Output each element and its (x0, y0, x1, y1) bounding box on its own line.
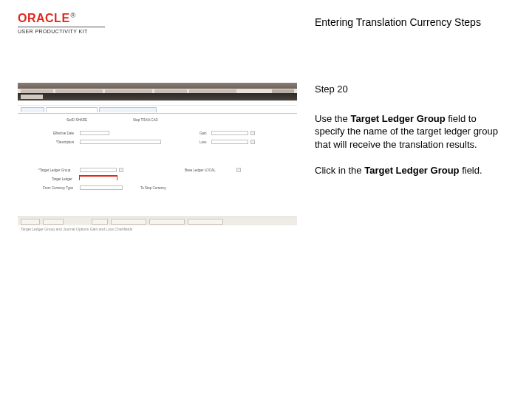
from-currency-label: From Currency Type (43, 186, 73, 190)
gain-field (211, 131, 248, 135)
target-ledger-field (80, 177, 117, 181)
setid-label: SetID SHARE (66, 118, 87, 122)
lookup-icon (250, 131, 255, 135)
instruction-panel: Step 20 Use the Target Ledger Group fiel… (315, 83, 507, 191)
add-button (92, 219, 108, 225)
page-tab (99, 107, 157, 112)
eff-date-field (80, 131, 109, 135)
brand-wordmark: ORACLE (18, 12, 70, 24)
instruction-paragraph-2: Click in the Target Ledger Group field. (315, 164, 507, 177)
notify-button (43, 219, 64, 225)
registered-mark: ® (71, 12, 76, 19)
target-ledger-label: Target Ledger (52, 177, 72, 181)
text: Click in the (315, 165, 364, 176)
description-label: *Description (56, 140, 74, 144)
to-currency-label: To Step Currency (140, 186, 166, 190)
product-line: USER PRODUCTIVITY KIT (18, 29, 105, 34)
step-label: Step 20 (315, 83, 507, 96)
target-ledger-group-field[interactable] (80, 168, 117, 172)
instruction-paragraph-1: Use the Target Ledger Group field to spe… (315, 112, 507, 151)
footer-caption: Target Ledger Group and Journal Options … (18, 225, 297, 231)
correct-history-button (188, 219, 223, 225)
app-sublinks (18, 100, 297, 106)
step-label-form: Step TRAN-CAD (133, 118, 158, 122)
include-history-button (149, 219, 185, 225)
form-body: SetID SHARE Step TRAN-CAD Effective Date… (18, 113, 297, 216)
text: Use the (315, 113, 350, 124)
field-name-bold: Target Ledger Group (364, 165, 459, 176)
update-display-button (111, 219, 146, 225)
page-tab-row (18, 106, 297, 113)
eff-date-label: Effective Date (53, 132, 74, 135)
form-footer (18, 216, 297, 225)
base-ledger-label: Base Ledger LOCAL (185, 168, 216, 172)
lookup-icon (236, 168, 241, 172)
text: field. (460, 165, 482, 176)
page-tab-active (46, 107, 98, 112)
page-title: Entering Translation Currency Steps (315, 16, 481, 28)
lookup-icon (250, 140, 255, 144)
gain-label: Gain (200, 132, 207, 135)
app-header-bar (18, 93, 297, 100)
brand-rule (18, 27, 105, 27)
browser-chrome (18, 83, 297, 89)
description-field (80, 140, 161, 144)
target-ledger-group-label: *Target Ledger Group (38, 168, 70, 172)
save-button (21, 219, 40, 225)
loss-field (211, 140, 248, 144)
page-tab (21, 107, 44, 112)
loss-label: Loss (200, 140, 207, 144)
app-screenshot: SetID SHARE Step TRAN-CAD Effective Date… (18, 83, 297, 231)
lookup-icon (119, 168, 123, 172)
brand-logo: ORACLE® USER PRODUCTIVITY KIT (18, 12, 105, 34)
from-currency-field (80, 185, 123, 190)
field-name-bold: Target Ledger Group (350, 113, 445, 124)
